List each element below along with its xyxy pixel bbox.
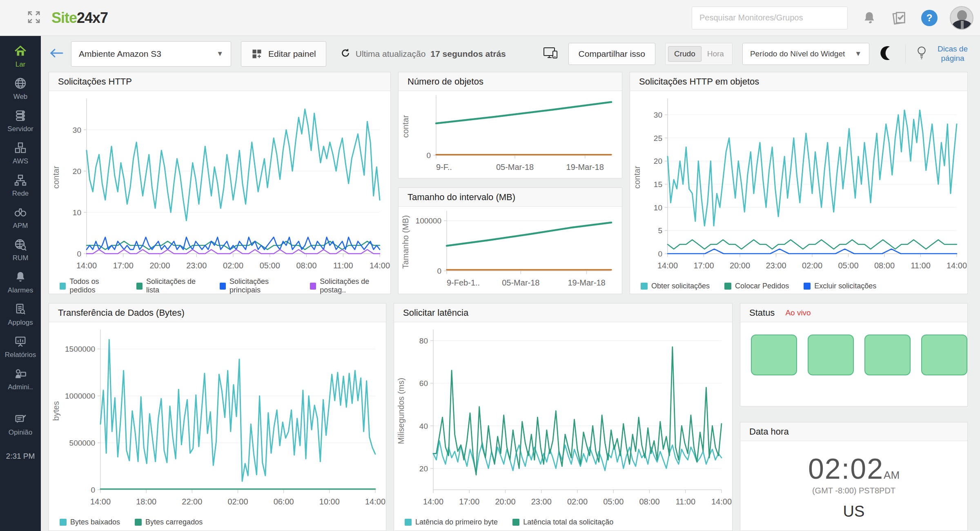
toolbar-divider bbox=[905, 45, 906, 63]
sidebar-item-rede[interactable]: Rede bbox=[0, 169, 41, 201]
sidebar-item-apm[interactable]: APM bbox=[0, 201, 41, 234]
sidebar-item-applogs[interactable]: Applogs bbox=[0, 298, 41, 330]
hour-toggle[interactable]: Hora bbox=[702, 47, 730, 61]
user-avatar[interactable] bbox=[950, 6, 973, 30]
svg-text:19-Mar-18: 19-Mar-18 bbox=[566, 163, 604, 172]
status-box[interactable] bbox=[921, 335, 967, 375]
sidebar-item-relatorios[interactable]: Relatórios bbox=[0, 330, 41, 363]
svg-text:05:00: 05:00 bbox=[838, 261, 858, 270]
chevron-down-icon: ▼ bbox=[845, 50, 862, 58]
edit-panel-button[interactable]: Editar painel bbox=[241, 41, 326, 67]
svg-text:11:00: 11:00 bbox=[333, 261, 353, 270]
sidebar-item-admin[interactable]: Admini.. bbox=[0, 363, 41, 395]
panel-tamanho-intervalo: Tamanho do intervalo (MB) 01000009-Feb-1… bbox=[398, 187, 622, 294]
legend-label: Latência total da solicitação bbox=[523, 518, 613, 527]
devices-icon[interactable] bbox=[542, 46, 559, 62]
panel-title: Data hora bbox=[749, 426, 789, 437]
chart-legend: Todos os pedidosSolicitações de listaSol… bbox=[49, 277, 390, 295]
legend-swatch bbox=[512, 519, 519, 526]
bell-icon[interactable] bbox=[862, 10, 877, 26]
legend-label: Solicitações de lista bbox=[146, 277, 205, 295]
svg-text:14:00: 14:00 bbox=[711, 497, 732, 506]
dashboard-selector[interactable]: Ambiente Amazon S3 ▼ bbox=[71, 41, 231, 67]
status-box[interactable] bbox=[864, 335, 911, 375]
network-icon bbox=[13, 173, 27, 187]
sidebar-item-rum[interactable]: RUM bbox=[0, 234, 41, 266]
sidebar-item-alarmes[interactable]: Alarmes bbox=[0, 266, 41, 298]
home-icon bbox=[13, 44, 27, 58]
svg-text:23:00: 23:00 bbox=[186, 261, 207, 270]
dark-mode-moon-icon[interactable] bbox=[879, 45, 895, 63]
main-content: Ambiente Amazon S3 ▼ Editar painel Ultim… bbox=[41, 36, 980, 531]
legend-swatch bbox=[310, 283, 316, 290]
svg-text:02:00: 02:00 bbox=[223, 261, 243, 270]
svg-text:06:00: 06:00 bbox=[274, 497, 294, 506]
share-button[interactable]: Compartilhar isso bbox=[568, 43, 655, 65]
legend-item[interactable]: Todos os pedidos bbox=[60, 277, 122, 295]
raw-toggle[interactable]: Crudo bbox=[668, 46, 702, 62]
svg-text:contar: contar bbox=[401, 115, 410, 138]
sidebar-item-label: Applogs bbox=[8, 319, 33, 327]
legend-item[interactable]: Latência total da solicitação bbox=[512, 518, 613, 527]
legend-item[interactable]: Colocar Pedidos bbox=[724, 282, 789, 290]
legend-swatch bbox=[804, 283, 811, 290]
svg-text:10: 10 bbox=[73, 208, 81, 217]
sidebar-item-aws[interactable]: AWS bbox=[0, 137, 41, 169]
search-input[interactable] bbox=[692, 7, 848, 29]
sidebar-item-lar[interactable]: Lar bbox=[0, 40, 41, 72]
svg-text:20: 20 bbox=[419, 464, 428, 473]
svg-text:0: 0 bbox=[426, 151, 431, 160]
sidebar-item-opiniao[interactable]: Opinião bbox=[0, 408, 41, 440]
tamanho-intervalo-chart: 01000009-Feb-1..05-Mar-1819-Mar-18Tamanh… bbox=[399, 207, 622, 294]
datetime-display: 02:02AM (GMT -8:00) PST8PDT US 23 Mar 20… bbox=[740, 441, 967, 531]
raw-hour-toggle: Crudo Hora bbox=[665, 43, 733, 65]
svg-text:17:00: 17:00 bbox=[693, 261, 714, 270]
status-box[interactable] bbox=[808, 335, 854, 375]
svg-text:20:00: 20:00 bbox=[495, 497, 515, 506]
page-tips-link[interactable]: Dicas de página bbox=[938, 45, 968, 63]
legend-item[interactable]: Bytes baixados bbox=[60, 518, 120, 527]
legend-item[interactable]: Solicitações de postag.. bbox=[310, 277, 390, 295]
svg-text:20: 20 bbox=[73, 167, 81, 176]
panel-numero-objetos: Número de objetos 09-F..05-Mar-1819-Mar-… bbox=[398, 72, 622, 178]
chart-legend: Bytes baixadosBytes carregados bbox=[49, 513, 386, 531]
legend-item[interactable]: Bytes carregados bbox=[135, 518, 203, 527]
panel-title: Transferência de Dados (Bytes) bbox=[58, 308, 185, 318]
sidebar-item-servidor[interactable]: Servidor bbox=[0, 105, 41, 137]
legend-item[interactable]: Obter solicitações bbox=[641, 282, 710, 290]
admin-icon bbox=[13, 367, 27, 381]
legend-item[interactable]: Solicitações principais bbox=[220, 277, 295, 295]
solicitar-latencia-chart: 2040608014:0017:0020:0023:0002:0005:0008… bbox=[394, 322, 732, 513]
sidebar-item-label: RUM bbox=[13, 254, 29, 262]
chart-legend: Obter solicitaçõesColocar PedidosExcluir… bbox=[630, 277, 967, 295]
legend-label: Todos os pedidos bbox=[69, 277, 121, 295]
legend-label: Latência do primeiro byte bbox=[415, 518, 498, 527]
status-box[interactable] bbox=[751, 335, 797, 375]
expand-icon[interactable] bbox=[27, 10, 41, 26]
help-icon[interactable]: ? bbox=[921, 10, 938, 26]
legend-item[interactable]: Solicitações de lista bbox=[136, 277, 205, 295]
tasks-icon[interactable] bbox=[891, 10, 907, 26]
widget-period-selector[interactable]: Período do Nível do Widget ▼ bbox=[742, 43, 869, 65]
legend-item[interactable]: Excluir solicitações bbox=[804, 282, 876, 290]
sidebar-item-label: Lar bbox=[16, 60, 26, 69]
svg-text:80: 80 bbox=[419, 337, 428, 345]
logo[interactable]: Site24x7 bbox=[27, 9, 108, 27]
svg-text:08:00: 08:00 bbox=[874, 261, 895, 270]
svg-text:9-Feb-1..: 9-Feb-1.. bbox=[447, 278, 480, 287]
svg-text:02:00: 02:00 bbox=[802, 261, 822, 270]
refresh-icon[interactable] bbox=[340, 48, 351, 60]
legend-item[interactable]: Latência do primeiro byte bbox=[405, 518, 498, 527]
svg-text:20:00: 20:00 bbox=[149, 261, 170, 270]
svg-text:14:00: 14:00 bbox=[370, 261, 390, 270]
clock-timezone: (GMT -8:00) PST8PDT bbox=[740, 486, 967, 495]
svg-text:22:00: 22:00 bbox=[182, 497, 202, 506]
sidebar-item-label: AWS bbox=[13, 157, 28, 165]
lightbulb-icon[interactable] bbox=[915, 45, 928, 62]
sidebar-item-label: Servidor bbox=[7, 125, 33, 133]
panel-transferencia-dados: Transferência de Dados (Bytes) 050000010… bbox=[49, 303, 386, 531]
back-arrow-icon[interactable] bbox=[49, 47, 64, 61]
sidebar-item-web[interactable]: Web bbox=[0, 72, 41, 105]
legend-swatch bbox=[60, 519, 67, 526]
svg-text:23:00: 23:00 bbox=[531, 497, 552, 506]
